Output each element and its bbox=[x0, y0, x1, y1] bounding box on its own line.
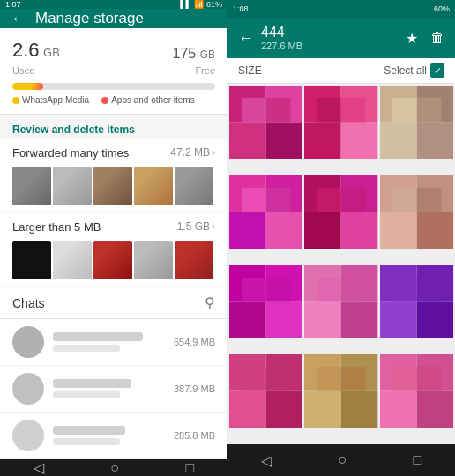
svg-rect-21 bbox=[266, 212, 303, 249]
forwarded-item-header: Forwarded many times 47.2 MB › bbox=[0, 139, 228, 163]
svg-rect-23 bbox=[266, 188, 291, 212]
thumb-10 bbox=[175, 241, 213, 279]
svg-rect-47 bbox=[341, 277, 366, 301]
photo-cell-8[interactable] bbox=[380, 265, 453, 338]
photo-cell-2[interactable] bbox=[380, 86, 453, 159]
svg-rect-56 bbox=[229, 391, 266, 428]
storage-summary: 2.6 GB Used 175 GB Free WhatsApp Media bbox=[0, 28, 228, 114]
chat-name-3 bbox=[53, 426, 165, 445]
nav-recent-icon[interactable]: □ bbox=[186, 460, 195, 476]
svg-rect-32 bbox=[380, 212, 417, 249]
legend-apps: Apps and other items bbox=[101, 95, 195, 105]
svg-rect-69 bbox=[416, 391, 453, 428]
photo-cell-1[interactable] bbox=[304, 86, 377, 159]
svg-rect-11 bbox=[341, 98, 366, 123]
right-nav-home[interactable]: ○ bbox=[338, 452, 347, 468]
photo-cell-10[interactable] bbox=[304, 354, 377, 428]
thumb-4 bbox=[134, 167, 173, 205]
photo-cell-0[interactable] bbox=[229, 86, 302, 159]
chats-section: Chats ⚲ 654.9 MB 387.9 MB 285 bbox=[0, 287, 228, 459]
forwarded-thumbnails bbox=[0, 163, 228, 212]
svg-rect-58 bbox=[242, 367, 266, 391]
svg-rect-26 bbox=[304, 212, 341, 249]
select-all-area[interactable]: Select all ✓ bbox=[384, 63, 444, 78]
photo-cell-9[interactable] bbox=[229, 354, 302, 428]
delete-icon[interactable]: 🗑 bbox=[430, 30, 444, 46]
photo-cell-5[interactable] bbox=[380, 175, 453, 249]
larger-thumbnails bbox=[0, 237, 228, 286]
forwarded-label: Forwarded many times bbox=[12, 146, 129, 160]
svg-rect-27 bbox=[341, 212, 378, 249]
battery-icon: 61% bbox=[206, 0, 222, 9]
storage-used-display: 2.6 GB Used bbox=[12, 39, 60, 78]
right-toolbar-info: 444 227.6 MB bbox=[261, 25, 399, 51]
forwarded-item[interactable]: Forwarded many times 47.2 MB › bbox=[0, 139, 228, 212]
status-icons: ▌▌ 📶 61% bbox=[180, 0, 222, 9]
free-label: Free bbox=[195, 65, 215, 76]
svg-rect-20 bbox=[229, 212, 266, 249]
chat-row-1[interactable]: 654.9 MB bbox=[0, 319, 228, 366]
right-back-button[interactable]: ← bbox=[238, 29, 254, 48]
right-status-time: 1:08 bbox=[233, 4, 249, 13]
right-nav-back[interactable]: ◁ bbox=[261, 452, 272, 469]
chat-name-1 bbox=[53, 332, 165, 352]
chats-label: Chats bbox=[12, 296, 45, 310]
photo-cell-3[interactable] bbox=[229, 175, 302, 249]
free-unit: GB bbox=[200, 48, 215, 61]
svg-rect-10 bbox=[317, 98, 341, 123]
chats-header: Chats ⚲ bbox=[0, 287, 228, 319]
svg-rect-3 bbox=[266, 123, 303, 160]
svg-rect-62 bbox=[304, 391, 341, 428]
chat-sub-bar-1 bbox=[53, 345, 120, 352]
svg-rect-45 bbox=[341, 301, 378, 338]
right-status-battery: 60% bbox=[434, 4, 450, 13]
chat-name-2 bbox=[53, 379, 165, 398]
photo-cell-11[interactable] bbox=[380, 354, 453, 428]
svg-rect-16 bbox=[392, 98, 417, 123]
chat-avatar-2 bbox=[12, 373, 44, 405]
legend-label-whatsapp: WhatsApp Media bbox=[22, 95, 89, 105]
nav-home-icon[interactable]: ○ bbox=[110, 460, 119, 476]
larger-item[interactable]: Larger than 5 MB 1.5 GB › bbox=[0, 213, 228, 286]
left-toolbar: ← Manage storage bbox=[0, 9, 228, 28]
chat-name-bar-3 bbox=[53, 426, 125, 435]
toolbar-actions: ★ 🗑 bbox=[406, 30, 444, 47]
svg-rect-28 bbox=[317, 188, 341, 212]
search-icon[interactable]: ⚲ bbox=[205, 294, 215, 311]
thumb-1 bbox=[12, 167, 51, 205]
star-icon[interactable]: ★ bbox=[406, 30, 418, 47]
right-status-bar: 1:08 60% bbox=[228, 0, 455, 18]
chat-name-bar-1 bbox=[53, 332, 143, 341]
svg-rect-59 bbox=[266, 367, 291, 391]
storage-legend: WhatsApp Media Apps and other items bbox=[12, 95, 215, 105]
svg-rect-15 bbox=[416, 123, 453, 160]
used-label: Used bbox=[12, 65, 35, 76]
forwarded-size: 47.2 MB › bbox=[170, 146, 215, 159]
chat-size-1: 654.9 MB bbox=[174, 337, 215, 347]
nav-back-icon[interactable]: ◁ bbox=[34, 459, 44, 476]
larger-label: Larger than 5 MB bbox=[12, 220, 101, 234]
status-time-area: 1:07 bbox=[5, 0, 21, 9]
right-nav-recent[interactable]: □ bbox=[414, 452, 422, 468]
select-all-checkbox[interactable]: ✓ bbox=[430, 63, 444, 78]
chat-row-3[interactable]: 285.8 MB bbox=[0, 413, 228, 459]
free-num: 175 bbox=[173, 46, 197, 61]
svg-rect-14 bbox=[380, 123, 417, 160]
photo-cell-4[interactable] bbox=[304, 175, 377, 249]
chat-row-2[interactable]: 387.9 MB bbox=[0, 366, 228, 413]
photo-cell-6[interactable] bbox=[229, 265, 302, 338]
svg-rect-8 bbox=[304, 123, 341, 160]
svg-rect-44 bbox=[304, 301, 341, 338]
photo-cell-7[interactable] bbox=[304, 265, 377, 338]
svg-rect-51 bbox=[416, 301, 453, 338]
back-button[interactable]: ← bbox=[11, 10, 26, 28]
contact-size: 227.6 MB bbox=[261, 41, 399, 51]
progress-fill bbox=[12, 83, 43, 90]
svg-rect-5 bbox=[266, 98, 291, 123]
review-section-header: Review and delete items bbox=[0, 115, 228, 139]
left-nav-bar: ◁ ○ □ bbox=[0, 459, 228, 476]
svg-rect-64 bbox=[317, 367, 341, 391]
storage-numbers: 2.6 GB Used 175 GB Free bbox=[12, 39, 215, 78]
svg-rect-63 bbox=[341, 391, 378, 428]
svg-rect-17 bbox=[416, 98, 441, 123]
